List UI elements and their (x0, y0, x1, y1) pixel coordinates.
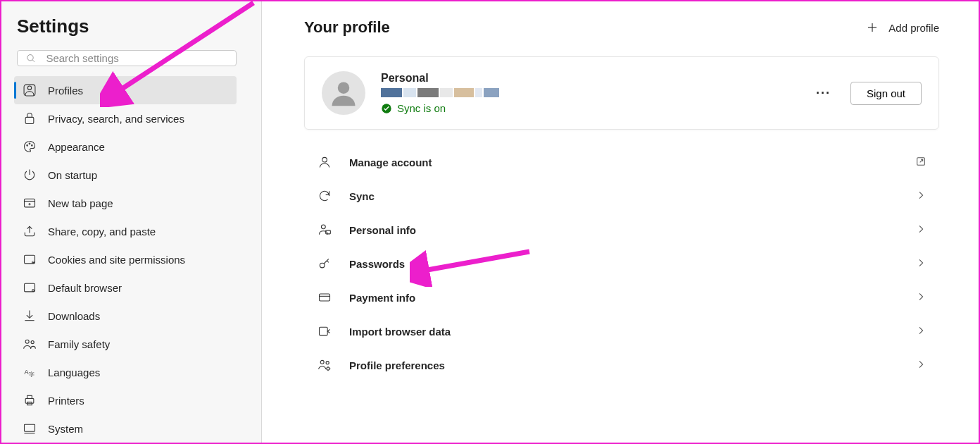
nav-item-label: Profiles (48, 85, 83, 97)
nav-item-privacy-search-services[interactable]: Privacy, search, and services (14, 104, 237, 132)
chevron-right-icon (915, 359, 926, 372)
chevron-right-icon (915, 257, 926, 271)
svg-line-1 (32, 59, 34, 61)
new-tab-icon (23, 196, 37, 210)
power-icon (23, 168, 37, 182)
list-item-payment-info[interactable]: Payment info (304, 280, 939, 314)
sync-status: Sync is on (381, 102, 816, 114)
list-item-label: Import browser data (349, 326, 915, 338)
share-icon (23, 224, 37, 238)
svg-point-7 (32, 145, 33, 147)
list-item-label: Profile preferences (349, 359, 915, 371)
key-icon (317, 257, 332, 271)
cookies-icon (23, 252, 37, 266)
sign-out-button[interactable]: Sign out (850, 82, 922, 105)
nav-item-share-copy-paste[interactable]: Share, copy, and paste (14, 217, 237, 245)
svg-point-30 (322, 157, 327, 162)
settings-sidebar: Settings Profiles Privacy, search, and s… (1, 1, 262, 443)
svg-rect-35 (320, 294, 330, 301)
list-item-import-browser-data[interactable]: Import browser data (304, 314, 939, 348)
family-icon (23, 337, 37, 351)
import-icon (317, 324, 332, 338)
nav-item-label: New tab page (48, 197, 113, 209)
list-item-label: Manage account (349, 156, 915, 168)
nav-item-label: Appearance (48, 141, 105, 153)
list-item-passwords[interactable]: Passwords (304, 247, 939, 280)
svg-rect-21 (25, 399, 34, 404)
lock-icon (23, 111, 37, 125)
svg-point-32 (321, 225, 325, 229)
sync-status-label: Sync is on (397, 102, 446, 114)
list-item-sync[interactable]: Sync (304, 179, 939, 213)
profile-name: Personal (381, 72, 816, 85)
nav-item-label: Privacy, search, and services (48, 113, 184, 125)
svg-point-0 (27, 54, 33, 60)
profile-email-redacted (381, 88, 816, 97)
nav-item-languages[interactable]: A字 Languages (14, 358, 237, 386)
default-browser-icon (23, 280, 37, 295)
svg-rect-4 (25, 117, 34, 123)
nav-item-downloads[interactable]: Downloads (14, 302, 237, 330)
check-circle-icon (381, 103, 392, 114)
download-icon (23, 309, 37, 323)
search-settings-box[interactable] (17, 50, 237, 66)
nav-item-label: Default browser (48, 282, 122, 294)
printer-icon (23, 393, 37, 407)
profile-card: Personal Sync is on ··· Sign out (304, 56, 939, 130)
list-item-profile-preferences[interactable]: Profile preferences (304, 348, 939, 382)
list-item-label: Sync (349, 190, 915, 202)
avatar (322, 71, 365, 115)
nav-item-system[interactable]: System (14, 414, 237, 443)
add-profile-button[interactable]: Add profile (866, 21, 939, 34)
svg-rect-24 (25, 424, 35, 431)
nav-item-cookies-permissions[interactable]: Cookies and site permissions (14, 245, 237, 273)
list-item-manage-account[interactable]: Manage account (304, 145, 939, 179)
list-item-label: Personal info (349, 224, 915, 236)
appearance-icon (23, 140, 37, 154)
svg-point-5 (27, 145, 28, 147)
search-settings-input[interactable] (46, 52, 227, 64)
svg-point-28 (338, 82, 350, 94)
nav-item-label: System (48, 423, 83, 435)
svg-point-18 (31, 340, 34, 343)
svg-point-38 (320, 360, 324, 364)
nav-item-label: Share, copy, and paste (48, 226, 156, 238)
nav-item-profiles[interactable]: Profiles (14, 76, 237, 104)
search-icon (26, 53, 36, 64)
nav-item-label: Cookies and site permissions (48, 254, 185, 266)
system-icon (23, 421, 37, 436)
sync-icon (317, 189, 332, 203)
profiles-icon (23, 83, 37, 97)
add-profile-label: Add profile (888, 22, 939, 34)
list-item-label: Passwords (349, 258, 915, 270)
nav-item-appearance[interactable]: Appearance (14, 132, 237, 161)
chevron-right-icon (915, 223, 926, 237)
svg-point-17 (25, 340, 29, 343)
nav-item-label: On startup (48, 169, 97, 181)
personal-info-icon (317, 223, 332, 237)
chevron-right-icon (915, 190, 926, 203)
settings-title: Settings (17, 16, 251, 37)
nav-item-label: Family safety (48, 338, 110, 350)
list-item-personal-info[interactable]: Personal info (304, 213, 939, 247)
profile-more-button[interactable]: ··· (816, 86, 831, 101)
svg-point-39 (326, 362, 329, 364)
svg-text:字: 字 (29, 371, 34, 378)
chevron-right-icon (915, 325, 926, 338)
svg-point-2 (27, 86, 31, 90)
credit-card-icon (317, 290, 332, 304)
nav-item-family-safety[interactable]: Family safety (14, 330, 237, 358)
settings-nav: Profiles Privacy, search, and services A… (17, 76, 251, 443)
nav-item-on-startup[interactable]: On startup (14, 161, 237, 189)
profile-preferences-icon (317, 358, 332, 372)
svg-point-40 (327, 367, 329, 370)
nav-item-new-tab-page[interactable]: New tab page (14, 189, 237, 217)
nav-item-label: Printers (48, 395, 84, 407)
svg-rect-37 (320, 327, 328, 335)
nav-item-default-browser[interactable]: Default browser (14, 273, 237, 302)
nav-item-printers[interactable]: Printers (14, 386, 237, 414)
svg-point-34 (320, 263, 325, 268)
nav-item-label: Downloads (48, 310, 100, 322)
external-link-icon (915, 156, 926, 169)
nav-item-label: Languages (48, 366, 100, 378)
